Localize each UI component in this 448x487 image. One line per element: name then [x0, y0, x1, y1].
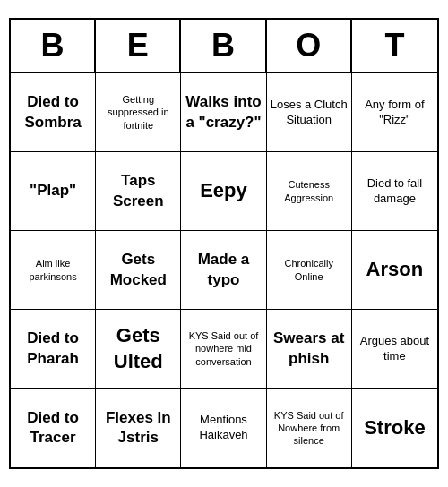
cell-text-2: Walks into a "crazy?": [185, 92, 262, 132]
cell-text-1: Getting suppressed in fortnite: [99, 93, 177, 132]
cell-text-23: KYS Said out of Nowhere from silence: [271, 409, 348, 448]
header-letter-o-3: O: [267, 20, 352, 72]
header-letter-b-0: B: [11, 20, 96, 72]
cell-text-16: Gets Ulted: [99, 323, 177, 374]
bingo-cell-14[interactable]: Arson: [352, 231, 437, 310]
bingo-cell-18[interactable]: Swears at phish: [267, 310, 352, 389]
cell-text-10: Aim like parkinsons: [14, 257, 91, 283]
cell-text-17: KYS Said out of nowhere mid conversation: [185, 329, 262, 368]
cell-text-3: Loses a Clutch Situation: [271, 98, 348, 128]
bingo-grid: Died to SombraGetting suppressed in fort…: [11, 73, 437, 467]
cell-text-11: Gets Mocked: [99, 250, 177, 289]
cell-text-15: Died to Pharah: [14, 329, 91, 368]
bingo-cell-3[interactable]: Loses a Clutch Situation: [267, 73, 352, 152]
bingo-cell-10[interactable]: Aim like parkinsons: [11, 231, 96, 310]
cell-text-8: Cuteness Aggression: [271, 178, 348, 204]
bingo-cell-0[interactable]: Died to Sombra: [11, 73, 96, 152]
cell-text-13: Chronically Online: [271, 257, 348, 283]
bingo-cell-1[interactable]: Getting suppressed in fortnite: [96, 73, 181, 152]
bingo-cell-12[interactable]: Made a typo: [181, 231, 266, 310]
bingo-cell-2[interactable]: Walks into a "crazy?": [181, 73, 266, 152]
cell-text-9: Died to fall damage: [356, 176, 434, 207]
cell-text-24: Stroke: [364, 415, 425, 441]
bingo-header: BEBOT: [11, 20, 437, 73]
cell-text-4: Any form of "Rizz": [356, 98, 434, 128]
cell-text-7: Eepy: [200, 178, 247, 204]
bingo-cell-4[interactable]: Any form of "Rizz": [352, 73, 437, 152]
cell-text-6: Taps Screen: [99, 171, 177, 210]
header-letter-e-1: E: [96, 20, 181, 72]
bingo-cell-15[interactable]: Died to Pharah: [11, 310, 96, 389]
bingo-cell-24[interactable]: Stroke: [352, 389, 437, 467]
bingo-cell-23[interactable]: KYS Said out of Nowhere from silence: [267, 389, 352, 467]
header-letter-b-2: B: [181, 20, 266, 72]
cell-text-20: Died to Tracer: [14, 408, 91, 448]
bingo-cell-22[interactable]: Mentions Haikaveh: [181, 389, 266, 467]
cell-text-14: Arson: [366, 257, 424, 283]
bingo-cell-8[interactable]: Cuteness Aggression: [267, 152, 352, 231]
cell-text-22: Mentions Haikaveh: [185, 413, 262, 443]
bingo-cell-20[interactable]: Died to Tracer: [11, 389, 96, 467]
bingo-cell-16[interactable]: Gets Ulted: [96, 310, 181, 389]
bingo-cell-11[interactable]: Gets Mocked: [96, 231, 181, 310]
bingo-cell-6[interactable]: Taps Screen: [96, 152, 181, 231]
bingo-cell-19[interactable]: Argues about time: [352, 310, 437, 389]
cell-text-5: "Plap": [30, 181, 76, 201]
bingo-cell-17[interactable]: KYS Said out of nowhere mid conversation: [181, 310, 266, 389]
bingo-cell-7[interactable]: Eepy: [181, 152, 266, 231]
bingo-cell-5[interactable]: "Plap": [11, 152, 96, 231]
bingo-card: BEBOT Died to SombraGetting suppressed i…: [9, 18, 439, 469]
cell-text-12: Made a typo: [185, 250, 262, 289]
cell-text-19: Argues about time: [356, 334, 434, 364]
bingo-cell-9[interactable]: Died to fall damage: [352, 152, 437, 231]
cell-text-21: Flexes In Jstris: [99, 408, 177, 448]
cell-text-0: Died to Sombra: [14, 92, 91, 132]
bingo-cell-13[interactable]: Chronically Online: [267, 231, 352, 310]
header-letter-t-4: T: [352, 20, 437, 72]
bingo-cell-21[interactable]: Flexes In Jstris: [96, 389, 181, 467]
cell-text-18: Swears at phish: [271, 329, 348, 368]
